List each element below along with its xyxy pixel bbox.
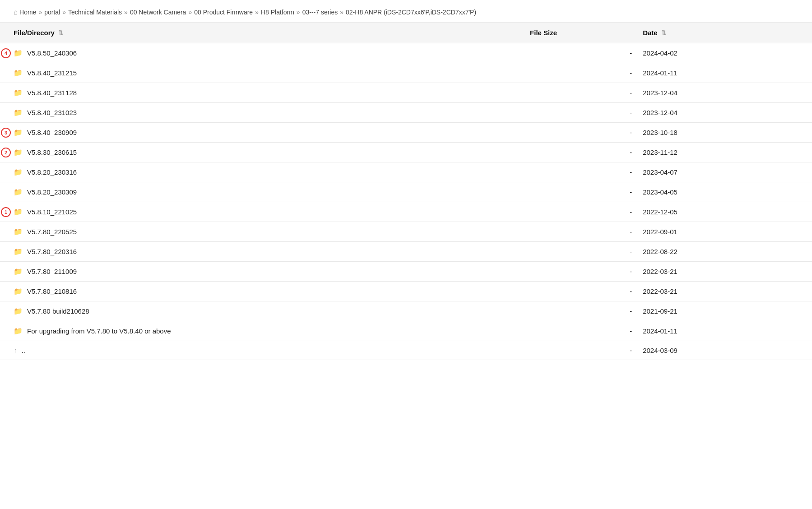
file-name-link[interactable]: V5.8.50_240306 xyxy=(27,49,77,57)
file-size-cell: - xyxy=(524,321,637,341)
table-row: 📁V5.8.40_231215-2024-01-11 xyxy=(0,63,812,83)
table-row: 1📁V5.8.10_221025-2022-12-05 xyxy=(0,202,812,222)
table-row: 2📁V5.8.30_230615-2023-11-12 xyxy=(0,143,812,162)
breadcrumb: ⌂ Home » portal » Technical Materials » … xyxy=(0,0,812,23)
sort-name-icon: ⇅ xyxy=(58,29,63,36)
file-size-cell: - xyxy=(524,301,637,321)
badge-circle: 3 xyxy=(1,128,11,138)
file-name-link[interactable]: V5.7.80_211009 xyxy=(27,268,77,275)
file-size-cell: - xyxy=(524,103,637,123)
file-name-link[interactable]: .. xyxy=(22,347,25,354)
table-row: 📁V5.7.80_210816-2022-03-21 xyxy=(0,282,812,301)
breadcrumb-anpr[interactable]: 02-H8 ANPR (iDS-2CD7xx6'P,iDS-2CD7xx7'P) xyxy=(346,9,476,16)
file-date-cell: 2023-10-18 xyxy=(637,123,812,143)
file-size-cell: - xyxy=(524,83,637,103)
file-name-link[interactable]: V5.8.20_230309 xyxy=(27,188,77,196)
file-name-link[interactable]: V5.8.30_230615 xyxy=(27,148,77,156)
folder-icon: 📁 xyxy=(14,69,23,77)
file-name-link[interactable]: V5.8.40_231215 xyxy=(27,69,77,77)
file-size-cell: - xyxy=(524,43,637,63)
file-size-cell: - xyxy=(524,162,637,182)
breadcrumb-7-series[interactable]: 03---7 series xyxy=(302,9,338,16)
folder-icon: 📁 xyxy=(14,49,23,57)
file-name-link[interactable]: V5.8.40_231023 xyxy=(27,109,77,116)
file-size-cell: - xyxy=(524,123,637,143)
breadcrumb-technical-materials[interactable]: Technical Materials xyxy=(68,9,122,16)
badge-circle: 4 xyxy=(1,48,11,58)
col-header-date[interactable]: Date ⇅ xyxy=(637,23,812,43)
folder-icon: 📁 xyxy=(14,108,23,117)
file-table: File/Direcory ⇅ File Size Date ⇅ xyxy=(0,23,812,360)
file-date-cell: 2024-01-11 xyxy=(637,321,812,341)
folder-icon: 📁 xyxy=(14,208,23,216)
folder-icon: 📁 xyxy=(14,128,23,137)
file-size-cell: - xyxy=(524,222,637,242)
file-date-cell: 2023-12-04 xyxy=(637,83,812,103)
file-size-cell: - xyxy=(524,341,637,360)
table-row: 📁V5.8.20_230316-2023-04-07 xyxy=(0,162,812,182)
table-row: 3📁V5.8.40_230909-2023-10-18 xyxy=(0,123,812,143)
breadcrumb-home[interactable]: Home xyxy=(19,9,36,16)
file-name-link[interactable]: V5.8.20_230316 xyxy=(27,168,77,176)
file-name-link[interactable]: V5.8.40_231128 xyxy=(27,89,77,97)
table-row: 📁V5.7.80 build210628-2021-09-21 xyxy=(0,301,812,321)
file-size-cell: - xyxy=(524,202,637,222)
badge-circle: 1 xyxy=(1,207,11,217)
breadcrumb-network-camera[interactable]: 00 Network Camera xyxy=(130,9,186,16)
file-table-container: File/Direcory ⇅ File Size Date ⇅ xyxy=(0,23,812,360)
folder-icon: 📁 xyxy=(14,287,23,296)
file-date-cell: 2022-03-21 xyxy=(637,262,812,282)
file-size-cell: - xyxy=(524,282,637,301)
table-row: 📁V5.7.80_220525-2022-09-01 xyxy=(0,222,812,242)
file-size-cell: - xyxy=(524,143,637,162)
table-row: 📁V5.8.40_231128-2023-12-04 xyxy=(0,83,812,103)
file-name-link[interactable]: V5.7.80_220316 xyxy=(27,248,77,255)
file-date-cell: 2022-03-21 xyxy=(637,282,812,301)
table-row: ↑..-2024-03-09 xyxy=(0,341,812,360)
table-row: 📁V5.8.40_231023-2023-12-04 xyxy=(0,103,812,123)
col-header-name[interactable]: File/Direcory ⇅ xyxy=(0,23,524,43)
file-name-link[interactable]: V5.7.80_220525 xyxy=(27,228,77,236)
col-header-size[interactable]: File Size xyxy=(524,23,637,43)
table-row: 📁V5.7.80_211009-2022-03-21 xyxy=(0,262,812,282)
file-name-link[interactable]: V5.8.40_230909 xyxy=(27,129,77,136)
breadcrumb-h8-platform[interactable]: H8 Platform xyxy=(261,9,294,16)
file-name-link[interactable]: For upgrading from V5.7.80 to V5.8.40 or… xyxy=(27,327,171,335)
folder-icon: 📁 xyxy=(14,267,23,276)
file-name-link[interactable]: V5.7.80 build210628 xyxy=(27,307,89,315)
table-row: 📁V5.7.80_220316-2022-08-22 xyxy=(0,242,812,262)
file-name-link[interactable]: V5.7.80_210816 xyxy=(27,287,77,295)
folder-icon: 📁 xyxy=(14,307,23,315)
file-date-cell: 2024-01-11 xyxy=(637,63,812,83)
home-icon: ⌂ xyxy=(14,8,18,16)
folder-icon: 📁 xyxy=(14,327,23,335)
file-date-cell: 2022-09-01 xyxy=(637,222,812,242)
file-date-cell: 2023-11-12 xyxy=(637,143,812,162)
file-date-cell: 2023-12-04 xyxy=(637,103,812,123)
table-header-row: File/Direcory ⇅ File Size Date ⇅ xyxy=(0,23,812,43)
folder-icon: 📁 xyxy=(14,227,23,236)
file-size-cell: - xyxy=(524,182,637,202)
file-size-cell: - xyxy=(524,242,637,262)
file-date-cell: 2022-08-22 xyxy=(637,242,812,262)
up-directory-icon: ↑ xyxy=(14,347,17,354)
file-date-cell: 2023-04-07 xyxy=(637,162,812,182)
folder-icon: 📁 xyxy=(14,88,23,97)
badge-circle: 2 xyxy=(1,148,11,157)
folder-icon: 📁 xyxy=(14,247,23,256)
file-size-cell: - xyxy=(524,262,637,282)
table-row: 📁For upgrading from V5.7.80 to V5.8.40 o… xyxy=(0,321,812,341)
folder-icon: 📁 xyxy=(14,168,23,176)
folder-icon: 📁 xyxy=(14,148,23,157)
file-name-link[interactable]: V5.8.10_221025 xyxy=(27,208,77,216)
table-row: 4📁V5.8.50_240306-2024-04-02 xyxy=(0,43,812,63)
file-date-cell: 2024-04-02 xyxy=(637,43,812,63)
sort-date-icon: ⇅ xyxy=(661,29,666,36)
file-date-cell: 2021-09-21 xyxy=(637,301,812,321)
breadcrumb-portal[interactable]: portal xyxy=(44,9,60,16)
file-date-cell: 2022-12-05 xyxy=(637,202,812,222)
file-date-cell: 2024-03-09 xyxy=(637,341,812,360)
file-date-cell: 2023-04-05 xyxy=(637,182,812,202)
breadcrumb-product-firmware[interactable]: 00 Product Firmware xyxy=(194,9,253,16)
folder-icon: 📁 xyxy=(14,188,23,196)
